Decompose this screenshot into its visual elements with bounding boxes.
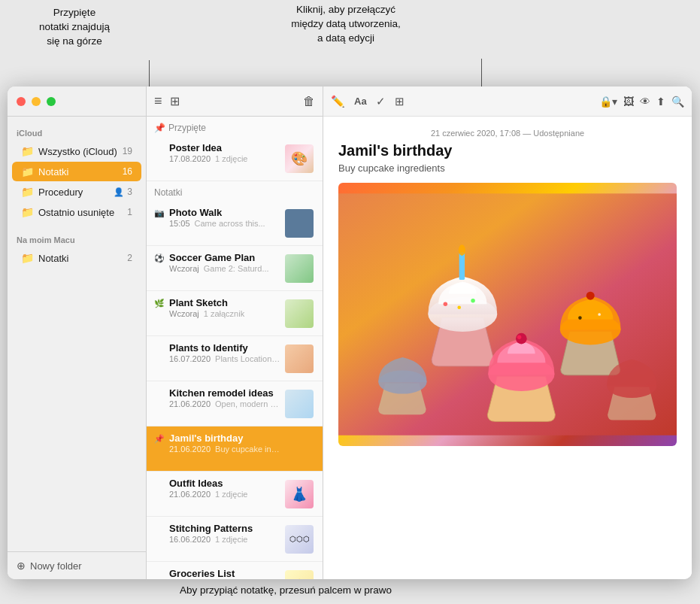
note-preview: Game 2: Saturd...: [204, 264, 269, 273]
notes-list-toolbar: ≡ ⊞ 🗑: [147, 87, 323, 117]
sidebar-content: iCloud 📁 Wszystko (iCloud) 19 📁 Notatki …: [8, 117, 146, 551]
note-thumb-col: ⬡⬡⬡: [285, 523, 315, 555]
sidebar-item-notatki-mac-label: Notatki: [38, 253, 123, 264]
note-pin-col: [154, 387, 169, 420]
note-type-icon: ⚽: [154, 253, 165, 263]
note-item-photo-walk[interactable]: 📷 Photo Walk 15:05 Came across this...: [147, 201, 323, 246]
sidebar-item-procedury-label: Procedury: [38, 187, 109, 198]
edit-icon[interactable]: ✏️: [331, 95, 345, 108]
sidebar-item-procedury-count: 3: [127, 187, 132, 197]
note-date-preview: Wczoraj 1 załącznik: [169, 309, 280, 318]
sidebar-item-ostatnio[interactable]: 📁 Ostatnio usunięte 1: [12, 202, 141, 222]
note-preview: Came across this...: [195, 219, 265, 228]
sidebar-item-all-icloud[interactable]: 📁 Wszystko (iCloud) 19: [12, 141, 141, 161]
note-item-poster-idea[interactable]: Poster Idea 17.08.2020 1 zdjęcie 🎨: [147, 136, 323, 181]
note-content-col: Photo Walk 15:05 Came across this...: [169, 207, 280, 239]
note-item-kitchen[interactable]: Kitchen remodel ideas 21.06.2020 Open, m…: [147, 381, 323, 426]
note-date-preview: 21.06.2020 Open, modern kitc...: [169, 399, 280, 408]
note-item-stitching[interactable]: Stitching Patterns 16.06.2020 1 zdjęcie …: [147, 517, 323, 562]
note-thumbnail: 👗: [285, 480, 314, 508]
note-type-icon: 📷: [154, 208, 165, 218]
svg-rect-2: [459, 252, 465, 280]
note-thumb-col: 🎨: [285, 142, 315, 175]
note-preview: Buy cupcake ing...: [215, 445, 280, 454]
note-thumb-col: [285, 433, 315, 465]
note-thumbnail: 🍌: [285, 570, 314, 580]
note-preview: 1 zdjęcie: [215, 535, 247, 544]
note-date-preview: 21.06.2020 1 zdjęcie: [169, 490, 280, 499]
note-content-col: Jamil's birthday 21.06.2020 Buy cupcake …: [169, 433, 280, 465]
note-title: Poster Idea: [169, 142, 280, 153]
sidebar-item-notatki-count: 16: [123, 166, 132, 177]
svg-point-5: [471, 299, 475, 303]
list-view-icon[interactable]: ≡: [154, 93, 162, 109]
sidebar: iCloud 📁 Wszystko (iCloud) 19 📁 Notatki …: [8, 87, 147, 579]
note-thumbnail: [285, 390, 314, 418]
sidebar-item-notatki-icloud[interactable]: 📁 Notatki 16: [12, 162, 141, 181]
note-item-groceries[interactable]: Groceries List 16.06.2020 🍌 Bananas 🍌: [147, 562, 323, 579]
note-title: Kitchen remodel ideas: [169, 387, 280, 399]
close-button[interactable]: [17, 97, 26, 106]
sidebar-item-procedury[interactable]: 📁 Procedury 👤 3: [12, 182, 141, 202]
note-thumb-col: 👗: [285, 478, 315, 510]
new-folder-label: Nowy folder: [30, 560, 82, 572]
note-preview: Open, modern kitc...: [215, 399, 280, 408]
folder-icon-ostatnio: 📁: [21, 206, 34, 218]
note-thumbnail: [285, 254, 314, 283]
note-item-outfit[interactable]: Outfit Ideas 21.06.2020 1 zdjęcie 👗: [147, 472, 323, 517]
share-icon[interactable]: ⬆: [656, 96, 665, 108]
note-thumb-col: [285, 297, 315, 329]
note-date: 16.07.2020: [169, 354, 211, 363]
note-thumbnail: [285, 209, 314, 238]
photo-insert-icon[interactable]: 🖼: [623, 96, 634, 108]
note-title: Soccer Game Plan: [169, 252, 280, 263]
note-detail-image: [338, 183, 677, 446]
note-date-preview: 17.08.2020 1 zdjęcie: [169, 154, 280, 163]
note-date: Wczoraj: [169, 264, 199, 273]
note-pin-col: 📷: [154, 207, 169, 239]
grid-view-icon[interactable]: ⊞: [170, 94, 180, 108]
table-icon[interactable]: ⊞: [395, 95, 405, 108]
note-thumbnail: ⬡⬡⬡: [285, 525, 314, 554]
new-folder-button[interactable]: ⊕ Nowy folder: [17, 560, 137, 572]
mac-section-label: Na moim Macu: [8, 229, 146, 247]
note-date-preview: 21.06.2020 Buy cupcake ing...: [169, 445, 280, 454]
search-icon[interactable]: 🔍: [671, 96, 684, 108]
sidebar-item-notatki-mac[interactable]: 📁 Notatki 2: [12, 248, 141, 268]
note-content-col: Groceries List 16.06.2020 🍌 Bananas: [169, 568, 280, 579]
note-item-soccer[interactable]: ⚽ Soccer Game Plan Wczoraj Game 2: Satur…: [147, 246, 323, 291]
format-icon[interactable]: Aa: [354, 96, 367, 107]
icloud-section-label: iCloud: [8, 123, 146, 141]
sidebar-footer: ⊕ Nowy folder: [8, 551, 146, 579]
cupcake-illustration: [338, 183, 677, 446]
note-content-col: Kitchen remodel ideas 21.06.2020 Open, m…: [169, 387, 280, 420]
pin-icon: 📌: [154, 434, 165, 444]
note-item-plant-sketch[interactable]: 🌿 Plant Sketch Wczoraj 1 załącznik: [147, 291, 323, 336]
note-content-col: Soccer Game Plan Wczoraj Game 2: Saturd.…: [169, 252, 280, 284]
sidebar-item-all-icloud-count: 19: [123, 146, 132, 156]
checklist-icon[interactable]: ✓: [376, 95, 386, 108]
lock-icon[interactable]: 🔒▾: [599, 96, 617, 108]
note-date: 21.06.2020: [169, 399, 211, 408]
note-item-plants-identify[interactable]: Plants to Identify 16.07.2020 Plants Loc…: [147, 336, 323, 381]
note-thumb-col: [285, 342, 315, 375]
folder-icon-procedury: 📁: [21, 186, 34, 198]
note-content-col: Poster Idea 17.08.2020 1 zdjęcie: [169, 142, 280, 175]
maximize-button[interactable]: [47, 97, 56, 106]
pinned-label: Przypięte: [168, 123, 206, 133]
minimize-button[interactable]: [32, 97, 41, 106]
note-content-col: Outfit Ideas 21.06.2020 1 zdjęcie: [169, 478, 280, 510]
delete-icon[interactable]: 🗑: [303, 95, 315, 108]
annotation-pinned: Przypięte notatki znajdują się na górze: [11, 6, 138, 49]
collaborate-icon[interactable]: 👁: [640, 96, 650, 108]
svg-point-6: [457, 306, 461, 310]
note-preview: Plants Location Pe...: [215, 354, 280, 363]
note-pin-col: [154, 142, 169, 175]
note-date: 16.06.2020: [169, 535, 211, 544]
notes-list-content: 📌 Przypięte Poster Idea 17.08.2020 1 zdj…: [147, 117, 323, 579]
note-item-jamilbirthday[interactable]: 📌 Jamil's birthday 21.06.2020 Buy cupcak…: [147, 426, 323, 472]
note-date-preview: 15:05 Came across this...: [169, 219, 280, 228]
note-thumbnail: [285, 299, 314, 328]
note-title: Jamil's birthday: [169, 433, 280, 444]
note-detail-meta: 21 czerwiec 2020, 17:08 — Udostępniane: [338, 129, 677, 138]
